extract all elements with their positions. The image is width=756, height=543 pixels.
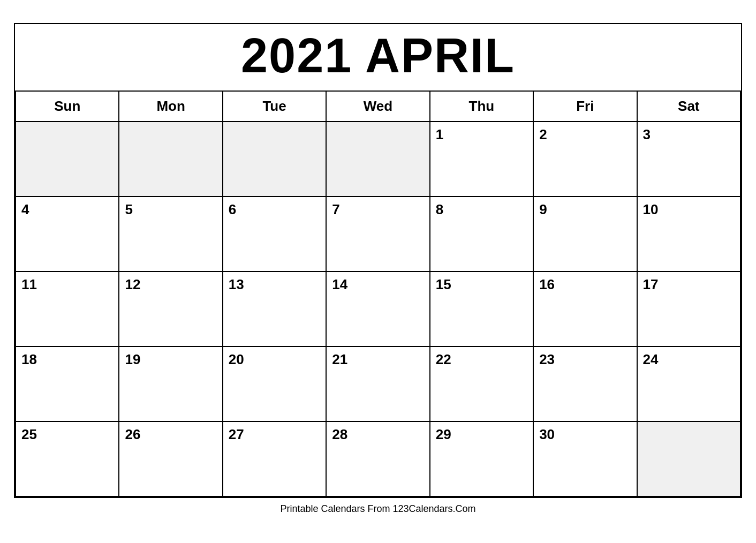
- day-number: 14: [332, 276, 347, 292]
- day-cell: 27: [223, 422, 327, 497]
- day-number: 12: [125, 276, 140, 292]
- day-number: 4: [21, 201, 29, 217]
- day-header: Wed: [327, 92, 430, 122]
- day-number: 23: [539, 351, 555, 367]
- day-header: Tue: [223, 92, 327, 122]
- day-cell: 4: [16, 197, 119, 272]
- day-cell: 13: [223, 272, 327, 347]
- day-cell: 7: [327, 197, 430, 272]
- day-number: 20: [229, 351, 244, 367]
- day-number: 21: [332, 351, 347, 367]
- day-number: 29: [436, 426, 451, 442]
- day-cell: 3: [638, 122, 741, 197]
- day-header: Fri: [534, 92, 637, 122]
- day-cell: 17: [638, 272, 741, 347]
- day-header: Thu: [430, 92, 534, 122]
- day-header: Sat: [638, 92, 741, 122]
- day-cell: 6: [223, 197, 327, 272]
- day-number: 24: [643, 351, 659, 367]
- day-number: 3: [643, 126, 651, 142]
- day-header: Mon: [119, 92, 223, 122]
- day-number: 11: [21, 276, 37, 292]
- day-number: 17: [643, 276, 659, 292]
- day-cell: 20: [223, 347, 327, 422]
- day-cell: 8: [430, 197, 534, 272]
- day-cell: 26: [119, 422, 223, 497]
- day-cell: 2: [534, 122, 637, 197]
- day-number: 15: [436, 276, 451, 292]
- day-cell: 11: [16, 272, 119, 347]
- day-cell: 28: [327, 422, 430, 497]
- day-cell: 9: [534, 197, 637, 272]
- day-cell: 14: [327, 272, 430, 347]
- day-number: 25: [21, 426, 37, 442]
- day-number: 2: [539, 126, 547, 142]
- day-cell: 18: [16, 347, 119, 422]
- day-cell: 22: [430, 347, 534, 422]
- day-number: 8: [436, 201, 443, 217]
- day-number: 22: [436, 351, 451, 367]
- calendar-container: 2021 APRIL SunMonTueWedThuFriSat12345678…: [14, 23, 742, 498]
- day-number: 30: [539, 426, 555, 442]
- day-number: 1: [436, 126, 443, 142]
- day-number: 27: [229, 426, 244, 442]
- day-cell: 1: [430, 122, 534, 197]
- day-number: 6: [229, 201, 236, 217]
- calendar-title: 2021 APRIL: [15, 24, 741, 92]
- day-number: 9: [539, 201, 547, 217]
- day-cell: [16, 122, 119, 197]
- day-cell: 25: [16, 422, 119, 497]
- day-cell: 21: [327, 347, 430, 422]
- day-number: 5: [125, 201, 132, 217]
- day-number: 18: [21, 351, 37, 367]
- calendar-wrapper: 2021 APRIL SunMonTueWedThuFriSat12345678…: [14, 23, 742, 520]
- day-number: 7: [332, 201, 339, 217]
- day-number: 19: [125, 351, 140, 367]
- day-cell: [119, 122, 223, 197]
- day-number: 10: [643, 201, 659, 217]
- day-cell: 12: [119, 272, 223, 347]
- day-cell: 19: [119, 347, 223, 422]
- day-cell: 24: [638, 347, 741, 422]
- day-number: 28: [332, 426, 347, 442]
- day-cell: 15: [430, 272, 534, 347]
- day-cell: 16: [534, 272, 637, 347]
- day-number: 16: [539, 276, 555, 292]
- day-number: 26: [125, 426, 140, 442]
- day-header: Sun: [16, 92, 119, 122]
- day-cell: 5: [119, 197, 223, 272]
- day-cell: [327, 122, 430, 197]
- day-cell: [223, 122, 327, 197]
- day-cell: 30: [534, 422, 637, 497]
- day-cell: 29: [430, 422, 534, 497]
- calendar-footer: Printable Calendars From 123Calendars.Co…: [14, 498, 742, 520]
- day-cell: [638, 422, 741, 497]
- day-cell: 23: [534, 347, 637, 422]
- day-cell: 10: [638, 197, 741, 272]
- calendar-grid: SunMonTueWedThuFriSat1234567891011121314…: [15, 92, 741, 497]
- day-number: 13: [229, 276, 244, 292]
